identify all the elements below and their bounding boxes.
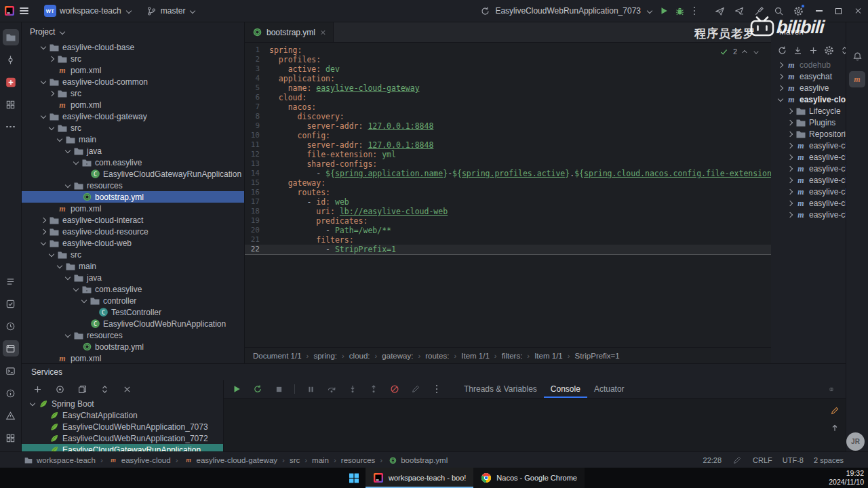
download-sources-button[interactable] (792, 43, 803, 58)
filter-button[interactable] (52, 382, 67, 396)
breadcrumb-item[interactable]: filters: (490, 352, 523, 360)
tree-item[interactable]: easylive-cloud-gateway (22, 110, 244, 122)
start-button[interactable] (342, 468, 366, 488)
tree-item[interactable]: measylive-cloud (771, 174, 846, 186)
tree-item[interactable]: Lifecycle (771, 105, 846, 117)
writable-indicator-icon[interactable] (732, 455, 743, 466)
tree-item[interactable]: easylive-cloud-common (22, 76, 244, 87)
add-button[interactable] (808, 43, 818, 58)
project-panel-header[interactable]: Project (22, 22, 244, 41)
tree-item[interactable]: easylive-cloud-resource (22, 226, 244, 237)
chevron-right-icon[interactable] (786, 119, 794, 127)
chevron-right-icon[interactable] (786, 165, 794, 173)
code-line[interactable]: 1spring: (245, 45, 771, 55)
code-line[interactable]: 20- Path=/web/** (245, 226, 771, 235)
mute-breakpoints-button[interactable] (387, 382, 402, 396)
tree-item[interactable]: resources (22, 180, 244, 191)
stop-button[interactable] (271, 382, 286, 396)
tree-item[interactable]: measylive-cloud (771, 163, 846, 174)
chevron-right-icon[interactable] (47, 55, 56, 63)
breadcrumb-item[interactable]: Document 1/1 (253, 352, 302, 360)
tree-item[interactable]: mpom.xml (22, 99, 244, 110)
chevron-right-icon[interactable] (39, 228, 47, 236)
tree-item[interactable]: mpom.xml (22, 64, 244, 76)
tree-item[interactable]: com.easylive (22, 283, 244, 295)
next-problem-icon[interactable] (753, 48, 760, 55)
deploy-icon[interactable] (734, 5, 745, 16)
prev-problem-icon[interactable] (741, 48, 748, 55)
status-path-item[interactable]: measylive-cloud (96, 455, 171, 466)
services-tool-button[interactable] (3, 340, 19, 357)
branch-widget[interactable]: master (144, 2, 200, 20)
tab-actuator[interactable]: Actuator (587, 380, 631, 398)
status-path-item[interactable]: measylive-cloud-gateway (171, 455, 277, 466)
tree-item[interactable]: EasyliveCloudWebRunApplication_7072 (22, 432, 223, 444)
tree-item[interactable]: bootstrap.yml (22, 191, 244, 203)
maven-panel-header[interactable]: Maven (771, 22, 846, 41)
chevron-down-icon[interactable] (39, 113, 47, 121)
tab-threads-variables[interactable]: Threads & Variables (457, 380, 544, 398)
tree-item[interactable]: Spring Boot (22, 398, 223, 409)
chevron-down-icon[interactable] (39, 78, 47, 86)
send-icon[interactable] (714, 5, 725, 16)
step-over-button[interactable] (324, 382, 339, 396)
breadcrumb-item[interactable]: StripPrefix=1 (563, 352, 620, 360)
tree-item[interactable]: CEasyliveCloudWebRunApplication (22, 318, 244, 329)
run-button[interactable] (658, 5, 669, 16)
tree-item[interactable]: mcodehub (771, 59, 846, 70)
layout-settings-icon[interactable] (829, 384, 840, 394)
tree-item[interactable]: resources (22, 329, 244, 341)
tree-item[interactable]: bootstrap.yml (22, 341, 244, 352)
chevron-right-icon[interactable] (786, 142, 794, 150)
tree-item[interactable]: EasyChatApplication (22, 409, 223, 421)
tree-item[interactable]: mpom.xml (22, 352, 244, 363)
chevron-right-icon[interactable] (786, 153, 794, 161)
chevron-down-icon[interactable] (47, 124, 56, 132)
plugin-tool-button[interactable] (3, 74, 19, 90)
step-into-button[interactable] (345, 382, 360, 396)
chevron-right-icon[interactable] (776, 84, 785, 92)
terminal-tool-button[interactable] (3, 363, 19, 379)
expand-collapse-button[interactable] (97, 382, 112, 396)
code-line[interactable]: 13shared-configs: (245, 159, 771, 169)
settings-icon[interactable] (793, 5, 804, 16)
console-output[interactable] (224, 398, 846, 451)
reimport-button[interactable] (776, 43, 787, 58)
tree-item[interactable]: Repositories (771, 128, 846, 140)
more-actions-button[interactable] (429, 382, 444, 396)
taskbar-app[interactable]: workspace-teach - boo! (366, 468, 473, 488)
code-line[interactable]: 7nacos: (245, 102, 771, 112)
tree-item[interactable]: Plugins (771, 117, 846, 128)
indent-style[interactable]: 2 spaces (814, 456, 844, 464)
tree-item[interactable]: measylive-cloud (771, 140, 846, 151)
tree-item[interactable]: main (22, 260, 244, 272)
breadcrumb-item[interactable]: cloud: (337, 352, 370, 360)
chevron-right-icon[interactable] (776, 61, 785, 69)
breadcrumb-item[interactable]: routes: (413, 352, 449, 360)
chevron-down-icon[interactable] (72, 285, 80, 293)
taskbar-app[interactable]: Nacos - Google Chrome (473, 468, 585, 488)
tree-item[interactable]: java (22, 145, 244, 157)
tree-item[interactable]: measylive-cloud (771, 197, 846, 209)
reload-config-icon[interactable] (479, 5, 490, 16)
chevron-right-icon[interactable] (39, 216, 47, 224)
more-run-actions-icon[interactable] (690, 6, 699, 16)
chevron-down-icon[interactable] (64, 147, 72, 155)
tree-item[interactable]: measylive-cloud (771, 94, 846, 105)
tree-item[interactable]: controller (22, 295, 244, 306)
maximize-button[interactable] (829, 0, 848, 22)
chevron-down-icon[interactable] (47, 251, 56, 259)
maven-tool-button[interactable]: m (849, 71, 865, 87)
tree-item[interactable]: measychat (771, 70, 846, 82)
tree-item[interactable]: mpom.xml (22, 203, 244, 214)
tree-item[interactable]: EasyliveCloudGatewayRunApplication (22, 444, 223, 451)
tree-item[interactable]: measylive-cloud (771, 209, 846, 220)
code-line[interactable]: 21filters: (245, 235, 771, 245)
taskbar-clock[interactable]: 19:32 2024/11/10 (829, 469, 864, 487)
run-button[interactable] (229, 382, 244, 396)
evaluate-button[interactable] (408, 382, 423, 396)
line-separator[interactable]: CRLF (753, 456, 772, 464)
chevron-right-icon[interactable] (786, 176, 794, 184)
chevron-right-icon[interactable] (786, 188, 794, 196)
code-line[interactable]: 8discovery: (245, 112, 771, 121)
